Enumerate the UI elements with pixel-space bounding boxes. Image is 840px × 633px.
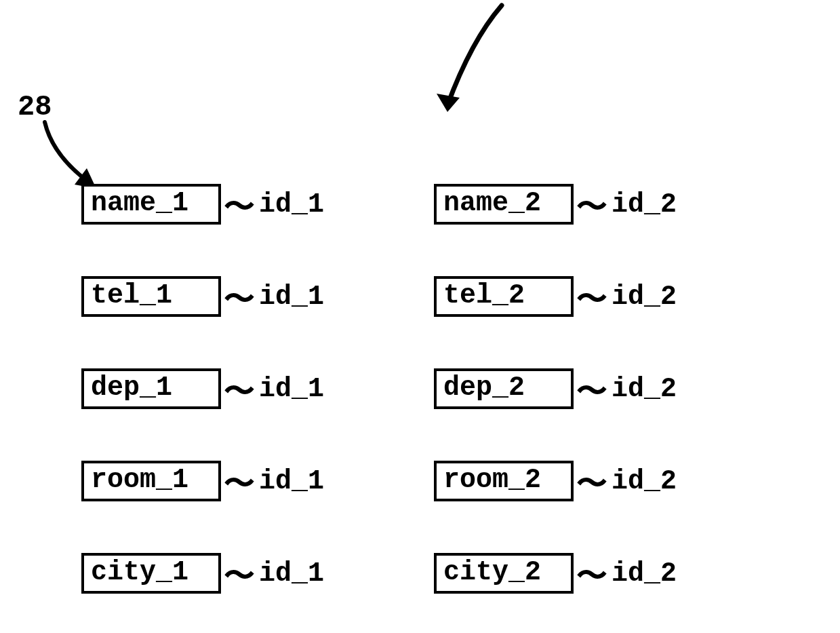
- connector-tilde-icon: 〜: [576, 370, 607, 413]
- connector-tilde-icon: 〜: [224, 186, 255, 228]
- field-row: room_1 〜 id_1: [81, 460, 324, 502]
- field-box-dep: dep_2: [434, 368, 574, 409]
- field-row: dep_1 〜 id_1: [81, 368, 324, 410]
- field-box-city: city_2: [434, 553, 574, 594]
- id-label: id_2: [612, 558, 677, 589]
- field-box-city: city_1: [81, 553, 221, 594]
- svg-marker-0: [437, 94, 460, 112]
- field-box-tel: tel_1: [81, 276, 221, 317]
- field-box-dep: dep_1: [81, 368, 221, 409]
- connector-tilde-icon: 〜: [224, 370, 255, 413]
- field-row: name_1 〜 id_1: [81, 183, 324, 225]
- id-label: id_1: [259, 558, 324, 589]
- field-box-room: room_1: [81, 461, 221, 501]
- top-arrow-icon: [380, 0, 556, 122]
- id-label: id_2: [612, 282, 677, 312]
- field-box-name: name_2: [434, 184, 574, 225]
- field-row: city_1 〜 id_1: [81, 552, 324, 594]
- field-row: tel_1 〜 id_1: [81, 275, 324, 318]
- connector-tilde-icon: 〜: [576, 555, 607, 597]
- field-box-tel: tel_2: [434, 276, 574, 317]
- id-label: id_2: [612, 374, 677, 404]
- field-row: dep_2 〜 id_2: [434, 368, 677, 410]
- column-1: name_1 〜 id_1 tel_1 〜 id_1 dep_1 〜 id_1 …: [81, 183, 324, 594]
- field-row: name_2 〜 id_2: [434, 183, 677, 225]
- connector-tilde-icon: 〜: [576, 463, 607, 505]
- diagram-canvas: 28 name_1 〜 id_1 tel_1 〜 id_1 dep_1 〜 id…: [0, 0, 840, 633]
- connector-tilde-icon: 〜: [576, 186, 607, 228]
- field-row: room_2 〜 id_2: [434, 460, 677, 502]
- id-label: id_1: [259, 466, 324, 497]
- field-row: city_2 〜 id_2: [434, 552, 677, 594]
- field-box-room: room_2: [434, 461, 574, 501]
- field-box-name: name_1: [81, 184, 221, 225]
- id-label: id_1: [259, 189, 324, 220]
- id-label: id_1: [259, 374, 324, 404]
- column-2: name_2 〜 id_2 tel_2 〜 id_2 dep_2 〜 id_2 …: [434, 183, 677, 594]
- id-label: id_2: [612, 189, 677, 220]
- id-label: id_2: [612, 466, 677, 497]
- field-row: tel_2 〜 id_2: [434, 275, 677, 318]
- connector-tilde-icon: 〜: [224, 463, 255, 505]
- connector-tilde-icon: 〜: [576, 278, 607, 320]
- id-label: id_1: [259, 282, 324, 312]
- connector-tilde-icon: 〜: [224, 555, 255, 597]
- connector-tilde-icon: 〜: [224, 278, 255, 320]
